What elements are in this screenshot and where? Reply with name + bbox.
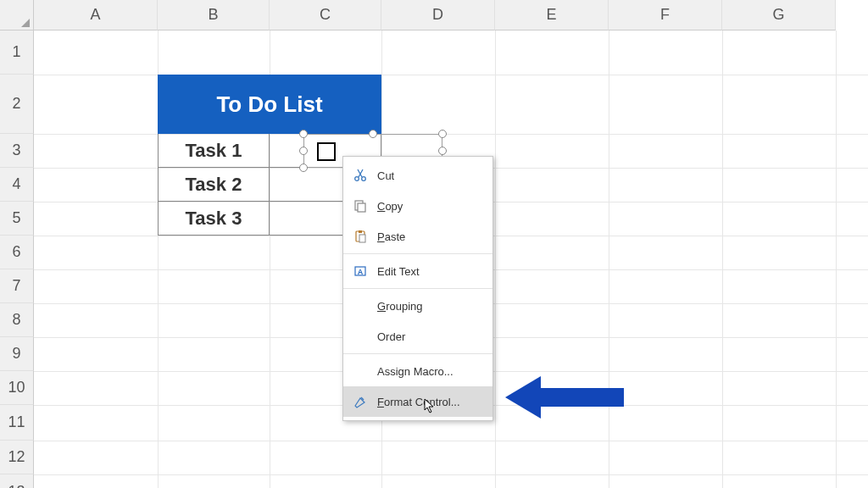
todo-title-cell: To Do List [158, 75, 381, 134]
resize-handle[interactable] [299, 147, 308, 155]
menu-item-grouping[interactable]: Grouping [343, 291, 492, 321]
row-header[interactable]: 9 [0, 337, 34, 371]
resize-handle[interactable] [438, 147, 447, 155]
menu-label: Grouping [377, 300, 423, 313]
resize-handle[interactable] [369, 130, 377, 138]
menu-label: Copy [377, 200, 403, 213]
column-header[interactable]: F [609, 0, 722, 30]
checkbox-control[interactable] [317, 142, 336, 161]
svg-rect-6 [359, 235, 365, 242]
row-header[interactable]: 3 [0, 134, 34, 168]
resize-handle[interactable] [438, 130, 447, 138]
menu-label: Assign Macro... [377, 365, 453, 378]
gridline [34, 441, 868, 441]
menu-item-paste[interactable]: Paste [343, 221, 492, 252]
resize-handle[interactable] [299, 164, 308, 172]
row-header[interactable]: 4 [0, 168, 34, 202]
cut-icon [353, 169, 367, 182]
menu-label: Paste [377, 230, 405, 243]
gridline [495, 30, 496, 488]
context-menu: Cut Copy Paste A Edit Text Grouping Orde… [342, 156, 493, 421]
menu-label: Edit Text [377, 265, 420, 278]
column-header[interactable]: C [270, 0, 381, 30]
column-header[interactable]: B [158, 0, 270, 30]
gridline [609, 30, 609, 488]
menu-separator [343, 353, 492, 354]
row-header[interactable]: 2 [0, 75, 34, 134]
menu-label: Cut [377, 169, 394, 182]
menu-item-format-control[interactable]: Format Control... [343, 386, 492, 417]
menu-item-edit-text[interactable]: A Edit Text [343, 256, 492, 286]
task-name-cell[interactable]: Task 2 [158, 168, 270, 202]
column-header[interactable]: E [495, 0, 609, 30]
todo-title: To Do List [216, 92, 322, 118]
paste-icon [353, 230, 367, 243]
menu-item-assign-macro[interactable]: Assign Macro... [343, 356, 492, 386]
edit-text-icon: A [353, 264, 367, 278]
row-header[interactable]: 1 [0, 30, 34, 75]
gridline [722, 30, 723, 488]
resize-handle[interactable] [299, 130, 308, 138]
format-control-icon [353, 395, 367, 408]
menu-label: Format Control... [377, 396, 460, 408]
menu-separator [343, 253, 492, 254]
menu-item-copy[interactable]: Copy [343, 191, 492, 221]
task-name-cell[interactable]: Task 1 [158, 134, 270, 168]
row-header[interactable]: 12 [0, 441, 34, 474]
column-header[interactable]: D [381, 0, 495, 30]
column-header[interactable]: A [34, 0, 158, 30]
svg-point-1 [362, 177, 366, 181]
gridline [34, 474, 868, 475]
annotation-arrow [505, 376, 624, 419]
menu-label: Order [377, 330, 405, 343]
row-header[interactable]: 8 [0, 303, 34, 337]
gridline [836, 30, 837, 488]
row-header[interactable]: 10 [0, 371, 34, 405]
svg-point-0 [355, 177, 359, 181]
row-header[interactable]: 11 [0, 405, 34, 441]
svg-rect-3 [358, 203, 365, 212]
column-header[interactable]: G [722, 0, 836, 30]
row-header[interactable]: 5 [0, 202, 34, 236]
row-header[interactable]: 7 [0, 269, 34, 303]
svg-rect-5 [359, 230, 362, 233]
select-all-corner[interactable] [0, 0, 34, 30]
menu-separator [343, 288, 492, 289]
row-header[interactable]: 13 [0, 474, 34, 488]
menu-item-order[interactable]: Order [343, 321, 492, 352]
svg-text:A: A [358, 268, 364, 276]
copy-icon [353, 199, 367, 213]
menu-item-cut[interactable]: Cut [343, 160, 492, 191]
row-header[interactable]: 6 [0, 236, 34, 269]
task-name-cell[interactable]: Task 3 [158, 202, 270, 236]
